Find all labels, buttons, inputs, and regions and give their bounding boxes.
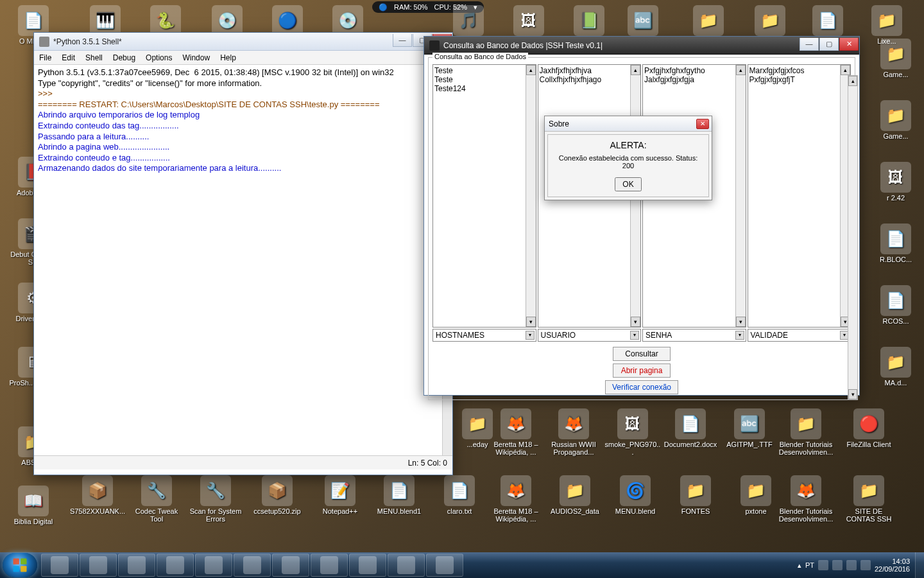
taskbar-app-py2[interactable]	[349, 554, 386, 577]
validade-listbox[interactable]: MarxfgjxfgjxfcosPxfgjxfgjxgfjT ▴▾	[748, 64, 851, 328]
hostnames-combo[interactable]: HOSTNAMES▾	[432, 329, 536, 342]
scrollbar[interactable]: ▴▾	[735, 65, 746, 327]
chevron-down-icon[interactable]: ▾	[735, 331, 744, 340]
menu-edit[interactable]: Edit	[56, 53, 80, 62]
desktop-icon[interactable]: 📁MA.d...	[868, 347, 924, 387]
chevron-down-icon[interactable]: ▾	[630, 331, 639, 340]
list-item[interactable]: PxfgjxfgjxgfjT	[749, 75, 850, 84]
list-item[interactable]: Pxfgjhxfghxfgytho	[644, 66, 744, 75]
scrollbar[interactable]: ▴▾	[848, 75, 858, 400]
menu-debug[interactable]: Debug	[108, 53, 141, 62]
desktop-icon[interactable]: 📄claro.txt	[431, 475, 488, 515]
consultar-button[interactable]: Consultar	[613, 347, 671, 361]
desktop-icon[interactable]: 📁Blender Tutoriais Desenvolvimen...	[778, 408, 834, 456]
desktop-icon[interactable]: 🌀MENU.blend	[607, 475, 663, 515]
python-shell-window[interactable]: *Python 3.5.1 Shell* — ▢ ✕ FileEditShell…	[33, 32, 453, 475]
clock[interactable]: 14:03 22/09/2016	[875, 557, 910, 573]
close-button[interactable]: ✕	[839, 38, 859, 51]
list-item[interactable]: Jalxfgjxfgjxfgja	[644, 75, 744, 84]
desktop-icon[interactable]: 🦊Blender Tutoriais Desenvolvimen...	[778, 475, 834, 523]
taskbar-app-filezilla[interactable]	[195, 554, 232, 577]
list-item[interactable]: Teste124	[434, 84, 535, 93]
desktop-icon[interactable]: 📄	[800, 5, 856, 37]
desktop-icon[interactable]: 📄Document2.docx	[662, 408, 719, 448]
tray-icon[interactable]	[846, 560, 857, 570]
desktop-icon[interactable]: 🔤AGITPM_.TTF	[721, 408, 778, 448]
show-desktop-button[interactable]	[915, 552, 924, 578]
menu-file[interactable]: File	[34, 53, 56, 62]
list-item[interactable]: Collxfhjxfhjxfhjago	[540, 75, 640, 84]
console-output[interactable]: Python 3.5.1 (v3.5.1:37a07cee5969, Dec 6…	[34, 65, 452, 455]
tray-icon[interactable]	[860, 560, 871, 570]
desktop-icon[interactable]: 📖Biblia Digital	[5, 486, 62, 525]
desktop-icon[interactable]: 📄MENU.blend1	[371, 475, 427, 515]
desktop-icon[interactable]: 🖼smoke_PNG970...	[604, 408, 661, 456]
tray-icon[interactable]	[832, 560, 843, 570]
taskbar-app-tk[interactable]	[426, 554, 463, 577]
desktop-icon[interactable]: 🦊Russian WWII Propagand...	[545, 408, 602, 456]
close-button[interactable]: ✕	[696, 119, 709, 129]
desktop-icon[interactable]: 📁AUDIOS2_data	[547, 475, 603, 515]
desktop-icon[interactable]: 🔴FileZilla Client	[841, 408, 897, 448]
taskbar[interactable]: ▴ PT 14:03 22/09/2016	[0, 552, 924, 578]
desktop-icon[interactable]: 📁Game...	[868, 39, 924, 78]
list-item[interactable]: Teste	[434, 75, 535, 84]
desktop-icon[interactable]: 🖼r 2.42	[868, 162, 924, 202]
titlebar[interactable]: Consulta ao Banco de Dados |SSH Teste v0…	[424, 37, 859, 55]
abrir-pagina-button[interactable]: Abrir pagina	[613, 363, 671, 378]
menu-options[interactable]: Options	[141, 53, 177, 62]
desktop-icon[interactable]: 🦊Beretta M18 – Wikipédia, ...	[488, 408, 544, 456]
chevron-down-icon[interactable]: ▾	[526, 331, 535, 340]
tray-expand-icon[interactable]: ▴	[798, 561, 801, 570]
maximize-button[interactable]: ▢	[819, 38, 839, 51]
desktop-icon[interactable]: 📁	[742, 5, 798, 37]
scrollbar[interactable]: ▴▾	[526, 65, 536, 327]
menu-shell[interactable]: Shell	[80, 53, 108, 62]
minimize-button[interactable]: —	[393, 34, 412, 47]
senha-combo[interactable]: SENHA▾	[642, 329, 746, 342]
titlebar[interactable]: Sobre ✕	[545, 116, 712, 132]
desktop-icon[interactable]: 🖼	[501, 5, 557, 37]
minimize-button[interactable]: —	[800, 38, 819, 51]
desktop-icon[interactable]: 📗	[561, 5, 617, 37]
desktop-icon[interactable]: 📄RCOS...	[868, 285, 924, 325]
taskbar-app-firefox[interactable]	[41, 554, 78, 577]
desktop-icon[interactable]: 📁SITE DE CONTAS SSH	[841, 475, 897, 523]
list-item[interactable]: Marxfgjxfgjxfcos	[749, 66, 850, 75]
consulta-window[interactable]: Consulta ao Banco de Dados |SSH Teste v0…	[424, 36, 860, 396]
desktop-icon[interactable]: 📁FONTES	[667, 475, 724, 515]
taskbar-app-explorer[interactable]	[80, 554, 117, 577]
desktop-icon[interactable]: 📄R.BLOC...	[868, 223, 924, 263]
taskbar-app-py1[interactable]	[311, 554, 348, 577]
taskbar-app-notepadpp[interactable]	[234, 554, 271, 577]
desktop-icon[interactable]: 🦊Beretta M18 – Wikipédia, ...	[488, 475, 544, 523]
list-item[interactable]: Teste	[434, 66, 535, 75]
validade-combo[interactable]: VALIDADE▾	[748, 329, 851, 342]
language-indicator[interactable]: PT	[805, 561, 814, 569]
desktop-icon[interactable]: 📦ccsetup520.zip	[249, 475, 305, 515]
desktop-icon[interactable]: 🔧Codec Tweak Tool	[128, 475, 185, 523]
usuario-combo[interactable]: USUARIO▾	[538, 329, 642, 342]
desktop-icon[interactable]: 📁	[680, 5, 737, 37]
verificar-conexao-button[interactable]: Verificar conexão	[605, 380, 678, 394]
taskbar-app-avira[interactable]	[157, 554, 194, 577]
taskbar-app-telegram[interactable]	[388, 554, 425, 577]
titlebar[interactable]: *Python 3.5.1 Shell* — ▢ ✕	[34, 33, 452, 51]
start-button[interactable]	[3, 553, 37, 577]
taskbar-app-gear[interactable]	[272, 554, 309, 577]
desktop-icon[interactable]: 📝Notepad++	[312, 475, 368, 515]
taskbar-app-ccleaner[interactable]	[118, 554, 155, 577]
system-tray[interactable]: ▴ PT 14:03 22/09/2016	[798, 557, 915, 573]
ok-button[interactable]: OK	[615, 177, 641, 191]
tray-icon[interactable]	[818, 560, 828, 570]
hostnames-listbox[interactable]: TesteTesteTeste124 ▴▾	[432, 64, 536, 328]
menu-window[interactable]: Window	[177, 53, 215, 62]
list-item[interactable]: Jaxhfjxfhjxfhjva	[540, 66, 640, 75]
menu-help[interactable]: Help	[215, 53, 241, 62]
desktop-icon[interactable]: 🔧Scan for System Errors	[187, 475, 244, 523]
desktop-icon[interactable]: 📁pxtone	[728, 475, 784, 515]
desktop-icon[interactable]: 📦S7582XXUANK...	[69, 475, 126, 515]
alert-dialog[interactable]: Sobre ✕ ALERTA: Conexão estabelecida com…	[544, 116, 712, 200]
desktop-icon[interactable]: 📁Game...	[868, 100, 924, 140]
menubar[interactable]: FileEditShellDebugOptionsWindowHelp	[34, 51, 452, 65]
